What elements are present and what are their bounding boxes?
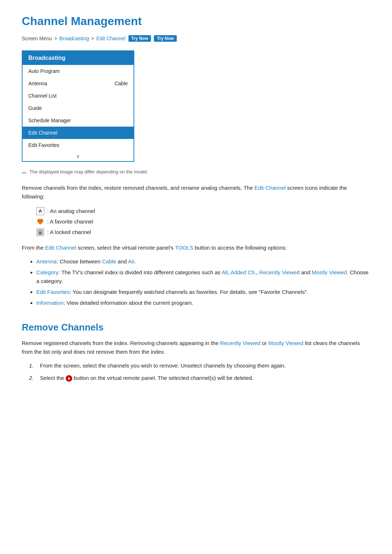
icon-list-item-locked: : A locked channel	[36, 227, 370, 237]
note-line: ✏ The displayed image may differ dependi…	[22, 169, 370, 176]
try-now-badge-2[interactable]: Try Now	[154, 35, 177, 42]
remove-intro-text: Remove registered channels from the inde…	[22, 339, 370, 356]
menu-item-guide[interactable]: Guide	[23, 102, 134, 114]
step-1-text: From the screen, select the channels you…	[40, 361, 286, 370]
menu-item-schedule-manager[interactable]: Schedule Manager	[23, 114, 134, 127]
lock-icon	[36, 228, 44, 236]
bc-screen-menu: Screen Menu	[22, 36, 52, 41]
menu-header: Broadcasting	[23, 51, 134, 65]
option-category-link[interactable]: Category	[36, 269, 58, 275]
option-mostly-viewed-link[interactable]: Mostly Viewed	[312, 269, 347, 275]
step-num-1: 1.	[29, 361, 36, 370]
menu-item-edit-favorites[interactable]: Edit Favorites	[23, 139, 134, 151]
tools-paragraph: From the Edit Channel screen, select the…	[22, 243, 370, 252]
option-cable-link[interactable]: Cable	[102, 258, 116, 264]
note-text: The displayed image may differ depending…	[29, 169, 148, 175]
svg-rect-0	[39, 232, 42, 234]
option-air-link[interactable]: Air	[128, 258, 135, 264]
menu-item-edit-channel[interactable]: Edit Channel	[23, 127, 134, 139]
menu-item-antenna-label: Antenna	[28, 81, 47, 86]
favorite-label: : A favorite channel	[47, 217, 93, 226]
tools-link[interactable]: TOOLS	[175, 245, 193, 251]
option-added-ch-link[interactable]: Added Ch.	[230, 269, 256, 275]
remove-steps-list: 1. From the screen, select the channels …	[29, 361, 370, 382]
menu-chevron: ∨	[23, 151, 134, 161]
analog-icon: A	[36, 207, 44, 215]
option-all-link[interactable]: All	[222, 269, 228, 275]
menu-item-channel-list[interactable]: Channel List	[23, 90, 134, 102]
option-antenna: Antenna: Choose between Cable and Air.	[36, 257, 370, 266]
step-2-text: Select the ● button on the virtual remot…	[40, 374, 253, 382]
menu-item-antenna-value: Cable	[114, 81, 128, 86]
option-recently-viewed-link[interactable]: Recently Viewed	[259, 269, 299, 275]
menu-item-antenna[interactable]: Antenna Cable	[23, 77, 134, 90]
section2-title: Remove Channels	[22, 322, 370, 333]
try-now-badge-1[interactable]: Try Now	[128, 35, 151, 42]
remove-step-2: 2. Select the ● button on the virtual re…	[29, 374, 370, 382]
icon-list-item-analog: A : An analog channel	[36, 206, 370, 216]
red-g-button[interactable]: ●	[66, 375, 72, 382]
page-title: Channel Management	[22, 15, 370, 28]
remove-step-1: 1. From the screen, select the channels …	[29, 361, 370, 370]
bc-sep-1: >	[54, 36, 57, 41]
option-information: Information: View detailed information a…	[36, 299, 370, 307]
options-list: Antenna: Choose between Cable and Air. C…	[36, 257, 370, 307]
option-information-link[interactable]: Information	[36, 300, 64, 306]
favorite-icon	[36, 218, 44, 226]
pencil-icon: ✏	[22, 169, 26, 176]
step-num-2: 2.	[29, 374, 36, 382]
menu-item-auto-program[interactable]: Auto Program	[23, 65, 134, 77]
remove-mostly-viewed-link[interactable]: Mostly Viewed	[268, 340, 303, 346]
intro-paragraph: Remove channels from the index, restore …	[22, 184, 370, 201]
remove-recently-viewed-link[interactable]: Recently Viewed	[220, 340, 260, 346]
icon-list-item-favorite: : A favorite channel	[36, 217, 370, 226]
bc-sep-2: >	[91, 36, 94, 41]
tools-edit-channel-link[interactable]: Edit Channel	[45, 245, 76, 251]
analog-label: : An analog channel	[47, 206, 95, 216]
intro-edit-channel-link[interactable]: Edit Channel	[254, 185, 286, 191]
option-category: Category: The TV's channel index is divi…	[36, 268, 370, 286]
bc-edit-channel[interactable]: Edit Channel	[96, 36, 125, 41]
lock-label: : A locked channel	[47, 227, 91, 237]
broadcasting-menu: Broadcasting Auto Program Antenna Cable …	[22, 50, 134, 162]
option-antenna-link[interactable]: Antenna	[36, 258, 57, 264]
breadcrumb: Screen Menu > Broadcasting > Edit Channe…	[22, 35, 370, 42]
option-edit-favorites: Edit Favorites: You can designate freque…	[36, 288, 370, 296]
bc-broadcasting[interactable]: Broadcasting	[59, 36, 89, 41]
option-edit-favorites-link[interactable]: Edit Favorites	[36, 289, 70, 295]
icon-list: A : An analog channel : A favorite chann…	[36, 206, 370, 237]
